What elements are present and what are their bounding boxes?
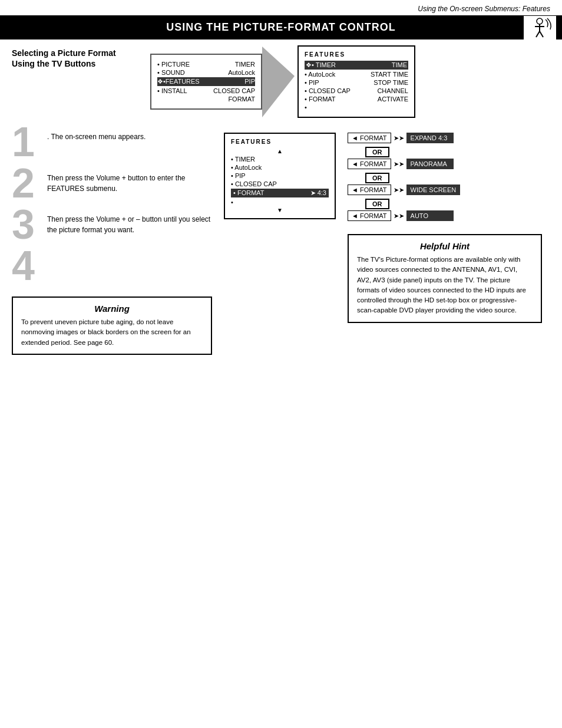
format-widescreen-option: ◄ FORMAT ➤➤ WIDE SCREEN: [348, 185, 542, 196]
format-panorama-row: ◄ FORMAT ➤➤ PANORAMA: [348, 159, 454, 169]
format-auto-row: ◄ FORMAT ➤➤ AUTO: [348, 210, 454, 221]
format-arrow-1: ➤➤: [394, 134, 404, 142]
format-auto-option: ◄ FORMAT ➤➤ AUTO: [348, 210, 542, 222]
scroll-up: ▲: [231, 148, 329, 154]
step-4: 4: [12, 251, 212, 285]
or-1: OR: [365, 147, 389, 157]
format-expand-option: ◄ FORMAT ➤➤ EXPAND 4:3: [348, 133, 542, 144]
format-expand-row: ◄ FORMAT ➤➤ EXPAND 4:3: [348, 133, 454, 143]
menu-row-format: FORMAT: [157, 95, 255, 103]
format-value-4: AUTO: [406, 210, 454, 221]
main-content: Selecting a Picture Format Using the TV …: [0, 39, 562, 361]
warning-text: To prevent uneven picture tube aging, do…: [21, 317, 203, 348]
format-label-3: ◄ FORMAT: [348, 185, 391, 195]
fm-autolock: • AutoLock: [231, 164, 329, 171]
accessibility-icon: [527, 17, 553, 39]
section-heading-line2: Using the TV Buttons: [12, 59, 130, 68]
svg-marker-6: [262, 47, 295, 117]
scroll-down: ▼: [231, 207, 329, 213]
step-1-text: . The on-screen menu appears.: [47, 127, 146, 142]
fm-pip: • PIP: [231, 172, 329, 179]
format-label-4: ◄ FORMAT: [348, 210, 391, 221]
features-dot-row: •: [305, 104, 408, 111]
format-widescreen-row: ◄ FORMAT ➤➤ WIDE SCREEN: [348, 185, 460, 195]
page-header: Using the On-screen Submenus: Features: [0, 0, 562, 15]
features-closedcap-row: • CLOSED CAPCHANNEL: [305, 87, 408, 94]
step-3: 3 Then press the Volume + or – button un…: [12, 209, 212, 243]
format-arrow-3: ➤➤: [394, 186, 404, 194]
menu-row-install: • INSTALLCLOSED CAP: [157, 87, 255, 94]
format-value-1: EXPAND 4:3: [406, 133, 454, 143]
features-menu-area: FEATURES ▲ • TIMER • AutoLock • PIP • CL…: [224, 133, 336, 219]
hint-box: Helpful Hint The TV's Picture-format opt…: [348, 234, 542, 323]
fm-format-highlighted: • FORMAT ➤ 4:3: [231, 189, 329, 197]
fm-timer: • TIMER: [231, 156, 329, 163]
step-2-text: Then press the Volume + button to enter …: [47, 168, 212, 194]
or-2: OR: [365, 173, 389, 183]
menu-row-features-highlighted: ❖•FEATURESPIP: [157, 77, 255, 86]
hint-text: The TV's Picture-format options are avai…: [357, 255, 533, 316]
hint-title: Helpful Hint: [357, 241, 533, 251]
step-2-number: 2: [12, 165, 47, 202]
step-4-number: 4: [12, 248, 47, 285]
arrow-svg: [262, 47, 297, 117]
menu-row-sound: • SOUNDAutoLock: [157, 69, 255, 76]
format-label-2: ◄ FORMAT: [348, 159, 391, 169]
diagonal-arrow: [262, 47, 297, 117]
menu-row-picture: • PICTURETIMER: [157, 61, 255, 68]
warning-box: Warning To prevent uneven picture tube a…: [12, 297, 212, 355]
warning-title: Warning: [21, 304, 203, 314]
page-title: Using the Picture-format Control: [166, 21, 396, 33]
format-panorama-option: ◄ FORMAT ➤➤ PANORAMA: [348, 159, 542, 170]
section-heading-line1: Selecting a Picture Format: [12, 48, 130, 58]
features-format-row: • FORMATACTIVATE: [305, 95, 408, 103]
fm-dot: •: [231, 199, 329, 206]
features-menu-title: FEATURES: [231, 139, 329, 145]
step-1: 1 . The on-screen menu appears.: [12, 127, 212, 161]
title-bar: Using the Picture-format Control: [0, 15, 562, 39]
features-pip-row: • PIPSTOP TIME: [305, 79, 408, 86]
step-3-text: Then press the Volume + or – button unti…: [47, 209, 212, 235]
section-heading-area: Selecting a Picture Format Using the TV …: [12, 45, 130, 70]
format-value-2: PANORAMA: [406, 159, 454, 169]
format-arrow-2: ➤➤: [394, 160, 404, 168]
steps-area: 1 . The on-screen menu appears. 2 Then p…: [12, 127, 212, 355]
features-expanded-title: FEATURES: [305, 51, 408, 58]
header-text: Using the On-screen Submenus: Features: [418, 5, 550, 13]
step-1-number: 1: [12, 124, 47, 161]
features-expanded-screen: FEATURES ❖• TIMERTIME • AutoLockSTART TI…: [297, 45, 415, 118]
features-autolock-row: • AutoLockSTART TIME: [305, 71, 408, 78]
or-3: OR: [365, 199, 389, 209]
fm-closedcap: • CLOSED CAP: [231, 180, 329, 187]
title-icon: [524, 16, 556, 39]
format-label-1: ◄ FORMAT: [348, 133, 391, 143]
step-3-number: 3: [12, 206, 47, 243]
format-arrow-4: ➤➤: [394, 212, 404, 220]
main-menu-screen: • PICTURETIMER • SOUNDAutoLock ❖•FEATURE…: [150, 54, 262, 110]
format-options-area: ◄ FORMAT ➤➤ EXPAND 4:3 OR ◄ FORMAT ➤➤ PA…: [348, 133, 542, 323]
step-2: 2 Then press the Volume + button to ente…: [12, 168, 212, 202]
format-value-3: WIDE SCREEN: [406, 185, 461, 195]
features-timer-row: ❖• TIMERTIME: [305, 61, 408, 70]
features-submenu-screen: FEATURES ▲ • TIMER • AutoLock • PIP • CL…: [224, 133, 336, 219]
